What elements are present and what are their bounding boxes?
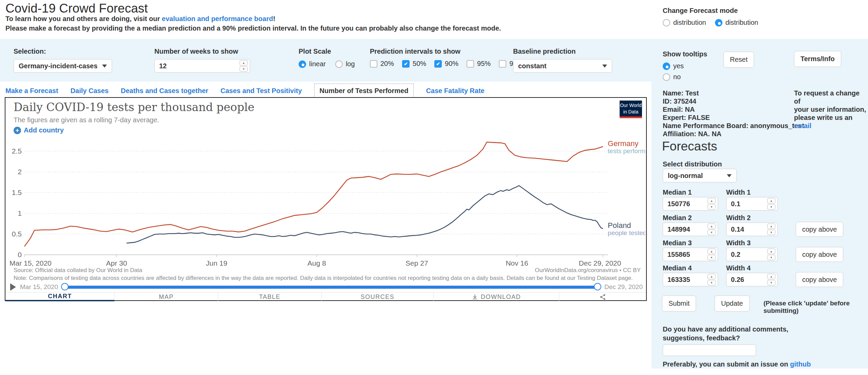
tab-daily-cases[interactable]: Daily Cases [71, 84, 109, 98]
footer-tab-download[interactable]: DOWNLOAD [434, 292, 559, 301]
user-id: ID: 375244 [663, 97, 804, 105]
step-down-icon[interactable]: ▼ [707, 255, 716, 260]
footer-tab-chart[interactable]: CHART [5, 292, 115, 301]
radio-icon[interactable] [715, 19, 722, 26]
radio-icon[interactable] [663, 19, 670, 26]
distribution-dropdown[interactable]: log-normal [663, 169, 737, 182]
forecast-mode-option-2[interactable]: distribution [715, 19, 758, 26]
radio-icon[interactable] [663, 62, 670, 70]
radio-icon[interactable] [299, 60, 306, 68]
step-down-icon[interactable]: ▼ [707, 230, 716, 235]
median-4-input[interactable] [663, 276, 707, 284]
step-up-icon[interactable]: ▲ [767, 224, 775, 229]
tab-case-fatality-rate[interactable]: Case Fatality Rate [426, 84, 484, 98]
github-link[interactable]: github [790, 360, 811, 368]
step-down-icon[interactable]: ▼ [707, 204, 716, 210]
svg-text:2: 2 [18, 168, 22, 176]
reset-button[interactable]: Reset [723, 52, 754, 68]
timeline-end-label: Dec 29, 2020 [604, 283, 643, 291]
svg-text:Dec 29, 2020: Dec 29, 2020 [579, 259, 621, 267]
chart-panel: Daily COVID-19 tests per thousand people… [5, 97, 647, 301]
step-down-icon[interactable]: ▼ [767, 230, 775, 235]
interval-95[interactable]: 95% [467, 60, 491, 68]
tooltips-label: Show tooltips [663, 50, 707, 58]
width-2-label: Width 2 [726, 214, 751, 222]
checkbox-icon[interactable] [467, 60, 474, 68]
user-name: Name: Test [663, 89, 804, 97]
intervals-options: 20% 50% 90% 95% 98% [370, 60, 523, 68]
update-button[interactable]: Update [715, 296, 750, 311]
step-up-icon[interactable]: ▲ [707, 198, 716, 203]
svg-text:people tested: people tested [608, 229, 645, 236]
intervals-label: Prediction intervals to show [370, 48, 523, 55]
tooltips-no[interactable]: no [663, 73, 707, 81]
owid-logo[interactable]: Our World in Data [620, 101, 642, 118]
radio-icon[interactable] [663, 73, 670, 81]
play-icon[interactable] [10, 283, 16, 291]
svg-text:Mar 15, 2020: Mar 15, 2020 [10, 259, 52, 267]
add-country-button[interactable]: + Add country [14, 126, 64, 134]
submit-button[interactable]: Submit [662, 296, 696, 311]
baseline-dropdown[interactable]: constant [513, 59, 612, 73]
interval-90[interactable]: 90% [434, 60, 458, 68]
timeline-slider[interactable] [62, 286, 600, 289]
copy-above-button-2[interactable]: copy above [796, 222, 843, 237]
checkbox-icon[interactable] [499, 60, 506, 68]
width-1-label: Width 1 [726, 189, 751, 196]
width-1-input[interactable] [727, 200, 767, 208]
step-down-icon[interactable]: ▼ [240, 66, 248, 72]
checkbox-icon[interactable] [434, 60, 442, 68]
selection-control: Selection: Germany-incident-cases [14, 48, 112, 73]
slider-handle-start[interactable] [61, 283, 69, 290]
footer-tab-map[interactable]: MAP [115, 292, 218, 301]
width-2-input[interactable] [727, 226, 767, 233]
tab-deaths-and-cases[interactable]: Deaths and Cases together [121, 84, 208, 98]
user-email: Email: NA [663, 105, 804, 113]
tab-number-of-tests[interactable]: Number of Tests Performed [314, 84, 414, 98]
slider-handle-end[interactable] [594, 283, 601, 290]
tab-cases-test-positivity[interactable]: Cases and Test Positivity [221, 84, 302, 98]
radio-icon[interactable] [335, 60, 343, 68]
step-up-icon[interactable]: ▲ [767, 274, 775, 279]
step-down-icon[interactable]: ▼ [767, 204, 775, 210]
plot-scale-log[interactable]: log [335, 60, 355, 68]
step-down-icon[interactable]: ▼ [767, 280, 775, 285]
step-down-icon[interactable]: ▼ [767, 255, 775, 260]
median-2-input[interactable] [663, 226, 707, 233]
checkbox-icon[interactable] [402, 60, 410, 68]
width-3-input[interactable] [727, 251, 767, 258]
copy-above-button-3[interactable]: copy above [796, 247, 843, 262]
github-note: Preferably, you can submit an issue on g… [663, 360, 811, 368]
header-note-2: Please make a forecast by providing the … [5, 24, 501, 32]
step-up-icon[interactable]: ▲ [240, 60, 248, 66]
tooltips-yes[interactable]: yes [663, 62, 707, 70]
step-up-icon[interactable]: ▲ [707, 274, 716, 279]
footer-tab-sources[interactable]: SOURCES [322, 292, 434, 301]
interval-20[interactable]: 20% [370, 60, 394, 68]
width-3-label: Width 3 [726, 239, 751, 247]
chart-subtitle: The figures are given as a rolling 7-day… [14, 116, 159, 124]
comments-textarea[interactable] [663, 344, 756, 356]
footer-tab-share[interactable] [559, 292, 646, 301]
performance-board-link[interactable]: evaluation and performance board [162, 15, 273, 22]
copy-above-button-4[interactable]: copy above [796, 272, 843, 287]
tab-make-a-forecast[interactable]: Make a Forecast [5, 84, 58, 98]
email-link[interactable]: email [794, 122, 811, 129]
checkbox-icon[interactable] [370, 60, 377, 68]
step-up-icon[interactable]: ▲ [707, 249, 716, 254]
selection-dropdown[interactable]: Germany-incident-cases [14, 59, 112, 73]
step-up-icon[interactable]: ▲ [707, 224, 716, 229]
interval-50[interactable]: 50% [402, 60, 426, 68]
step-up-icon[interactable]: ▲ [767, 198, 775, 203]
median-3-input[interactable] [663, 251, 707, 258]
width-4-input[interactable] [727, 276, 767, 284]
median-1-input[interactable] [663, 200, 707, 208]
step-down-icon[interactable]: ▼ [707, 280, 716, 285]
plot-scale-linear[interactable]: linear [299, 60, 326, 68]
step-up-icon[interactable]: ▲ [767, 249, 775, 254]
forecast-mode-option-1[interactable]: distribution [663, 19, 706, 26]
footer-tab-table[interactable]: TABLE [218, 292, 322, 301]
chevron-down-icon [102, 65, 107, 68]
weeks-input[interactable] [155, 62, 240, 70]
terms-info-button[interactable]: Terms/Info [794, 51, 841, 67]
